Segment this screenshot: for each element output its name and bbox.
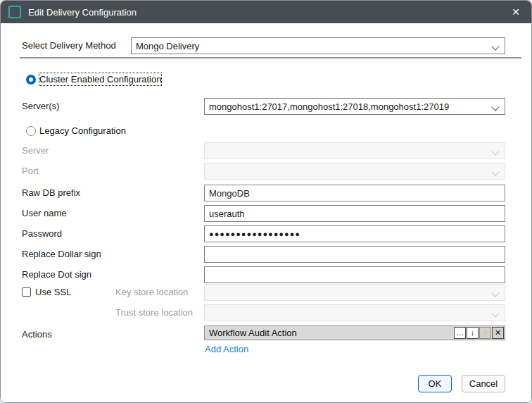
password-value: ●●●●●●●●●●●●●●●●● bbox=[209, 230, 300, 238]
action-move-down-button[interactable]: ↓ bbox=[467, 327, 479, 339]
user-name-input[interactable]: userauth bbox=[204, 205, 505, 222]
action-list-item[interactable]: Workflow Audit Action … ↓ ↑ ✕ bbox=[204, 326, 505, 340]
cancel-button[interactable]: Cancel bbox=[462, 375, 505, 392]
raw-db-prefix-label: Raw DB prefix bbox=[22, 185, 80, 202]
chevron-down-icon bbox=[491, 103, 499, 111]
chevron-down-icon bbox=[491, 42, 499, 50]
servers-label: Server(s) bbox=[22, 98, 59, 115]
delivery-method-label: Select Delivery Method bbox=[22, 37, 116, 54]
delivery-method-value: Mongo Delivery bbox=[136, 41, 199, 51]
password-input[interactable]: ●●●●●●●●●●●●●●●●● bbox=[204, 225, 505, 242]
chevron-down-icon bbox=[491, 147, 499, 155]
legacy-configuration-radio[interactable] bbox=[26, 126, 36, 136]
chevron-down-icon bbox=[491, 289, 499, 297]
servers-combobox[interactable]: mongohost1:27017,mongohost1:27018,mongoh… bbox=[204, 98, 505, 115]
password-label: Password bbox=[22, 225, 62, 242]
actions-label: Actions bbox=[22, 326, 52, 343]
trust-store-location-label: Trust store location bbox=[115, 304, 193, 321]
use-ssl-checkbox[interactable] bbox=[22, 287, 31, 297]
user-name-label: User name bbox=[22, 205, 67, 222]
chevron-down-icon bbox=[491, 168, 499, 175]
trust-store-location-combobox bbox=[204, 304, 505, 321]
key-store-location-combobox bbox=[204, 284, 505, 301]
raw-db-prefix-value: MongoDB bbox=[209, 188, 250, 199]
cluster-enabled-radio-label[interactable]: Cluster Enabled Configuration bbox=[39, 73, 161, 85]
action-delete-button[interactable]: ✕ bbox=[492, 327, 504, 339]
add-action-link[interactable]: Add Action bbox=[205, 344, 248, 354]
port-combobox bbox=[204, 163, 505, 180]
servers-value: mongohost1:27017,mongohost1:27018,mongoh… bbox=[209, 101, 449, 112]
ok-button[interactable]: OK bbox=[418, 375, 452, 392]
separator bbox=[20, 57, 521, 58]
edit-delivery-configuration-dialog: Edit Delivery Configuration ✕ Select Del… bbox=[0, 0, 532, 403]
close-icon[interactable]: ✕ bbox=[500, 1, 531, 23]
chevron-down-icon bbox=[491, 309, 499, 317]
port-label: Port bbox=[22, 163, 39, 180]
action-move-up-button: ↑ bbox=[479, 327, 491, 339]
app-icon bbox=[8, 6, 21, 18]
replace-dollar-sign-label: Replace Dollar sign bbox=[22, 246, 101, 263]
titlebar: Edit Delivery Configuration ✕ bbox=[1, 1, 531, 23]
key-store-location-label: Key store location bbox=[115, 284, 188, 301]
window-title: Edit Delivery Configuration bbox=[28, 7, 500, 18]
replace-dollar-sign-input[interactable] bbox=[204, 246, 505, 263]
replace-dot-sign-input[interactable] bbox=[204, 266, 505, 283]
user-name-value: userauth bbox=[209, 209, 245, 219]
delivery-method-combobox[interactable]: Mongo Delivery bbox=[131, 37, 505, 54]
cluster-enabled-radio[interactable] bbox=[26, 75, 36, 85]
legacy-configuration-radio-label[interactable]: Legacy Configuration bbox=[39, 125, 126, 137]
action-item-name: Workflow Audit Action bbox=[205, 328, 454, 338]
raw-db-prefix-input[interactable]: MongoDB bbox=[204, 185, 505, 202]
action-edit-ellipsis-button[interactable]: … bbox=[454, 327, 466, 339]
dialog-body: Select Delivery Method Mongo Delivery Cl… bbox=[1, 23, 532, 403]
server-combobox bbox=[204, 142, 505, 159]
use-ssl-label[interactable]: Use SSL bbox=[35, 284, 71, 301]
server-label: Server bbox=[22, 142, 49, 159]
replace-dot-sign-label: Replace Dot sign bbox=[22, 266, 91, 283]
